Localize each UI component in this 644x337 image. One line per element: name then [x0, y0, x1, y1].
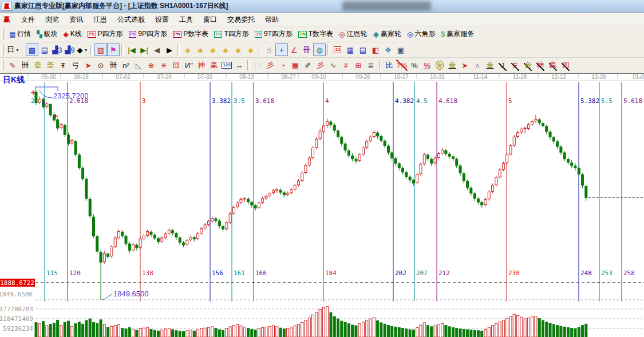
hash-lines-button[interactable]: 卌 — [19, 60, 31, 71]
ratio-bars-button[interactable]: 比 — [384, 60, 395, 71]
jin-grid-1-button[interactable]: 釜 — [32, 60, 44, 71]
percent-button[interactable]: % — [409, 60, 420, 71]
candle-style-dropdown-icon[interactable]: ▼ — [84, 48, 88, 52]
si-angle-button[interactable]: 四 — [560, 60, 571, 71]
gann-fan-button[interactable]: 彡 — [264, 60, 276, 71]
menu-item-文件[interactable]: 文件 — [16, 14, 40, 25]
hexagon-button[interactable]: ◎六角形 — [404, 28, 438, 40]
wave-mark-button[interactable]: И" — [183, 60, 195, 71]
angle-tool-button[interactable]: ∠ — [289, 44, 300, 55]
chart-window-button[interactable]: ▩ — [26, 44, 38, 55]
candle-style-button[interactable]: ◆▼ — [77, 44, 88, 55]
menu-item-帮助[interactable]: 帮助 — [260, 14, 284, 25]
workstation-button[interactable]: ▣ — [395, 44, 406, 55]
next-button[interactable]: ▶ — [164, 44, 175, 55]
p9-square-button[interactable]: P99P四方形 — [126, 28, 170, 40]
diamond-all-button[interactable]: ◈ — [232, 44, 244, 55]
percent-cut-button[interactable]: 7% — [396, 60, 408, 71]
time-circle-button[interactable]: ⊙ — [95, 60, 106, 71]
prev-button[interactable]: ◀ — [151, 44, 163, 55]
pan-hand-button[interactable]: ☝ — [263, 44, 275, 55]
zigzag-button[interactable]: ∿ — [327, 60, 339, 71]
crosshair-button[interactable]: + — [276, 44, 287, 55]
grid-red-button[interactable]: # — [340, 60, 351, 71]
brain-tool-button[interactable]: ◍ — [314, 44, 325, 55]
gann-wheel-button[interactable]: ◎江恩轮 — [336, 28, 370, 40]
winner-wheel-button[interactable]: ◉赢家轮 — [370, 28, 404, 40]
hash-lines-2-button[interactable]: 卌 — [108, 60, 119, 71]
bars-9-button[interactable]: ▟9 — [64, 44, 76, 55]
grid-red-dot-button[interactable]: ⊞ — [353, 60, 364, 71]
grid-square-button[interactable]: ▦ — [290, 60, 301, 71]
menu-item-窗口[interactable]: 窗口 — [198, 14, 222, 25]
memo-button[interactable]: ▤ — [357, 44, 369, 55]
jin-circle-button[interactable]: 金 — [434, 60, 445, 71]
quotes-button[interactable]: ▦行情 — [6, 28, 34, 40]
toolbar-grip[interactable] — [1, 60, 4, 70]
menu-item-资讯[interactable]: 资讯 — [64, 14, 88, 25]
winner-service-button[interactable]: $赢家服务 — [438, 28, 477, 40]
p-square-button[interactable]: PSP四方形 — [85, 28, 126, 40]
shen-angle-button[interactable]: 神 — [535, 60, 546, 71]
period-day-button[interactable]: 日▼ — [7, 44, 19, 55]
n-squared-button[interactable]: n² — [120, 60, 132, 71]
sectors-button[interactable]: ▚板块 — [34, 28, 60, 40]
bars-3-button[interactable]: ▟3 — [52, 44, 63, 55]
ying-grid-button[interactable]: 赢 — [208, 60, 220, 71]
toolbar-grip[interactable] — [1, 29, 4, 39]
first-page-button[interactable]: |◀ — [126, 44, 137, 55]
percent-line-button[interactable]: % — [421, 60, 433, 71]
diamond-right-button[interactable]: ◈ — [195, 44, 206, 55]
p-number-table-button[interactable]: PNP数字表 — [170, 28, 211, 40]
three-lines-button[interactable]: ≣ — [365, 60, 377, 71]
menu-item-交易委托[interactable]: 交易委托 — [222, 14, 260, 25]
info-panel-button[interactable]: ▤ — [39, 44, 50, 55]
export-disk-button[interactable]: ❖ — [382, 44, 394, 55]
calculator-button[interactable]: ▦ — [345, 44, 356, 55]
t-square-button[interactable]: TST四方形 — [211, 28, 252, 40]
diamond-left-button[interactable]: ◈ — [182, 44, 193, 55]
f-angle-button[interactable]: F — [509, 60, 521, 71]
j-angle-button[interactable]: J — [497, 60, 508, 71]
gann-circle-button[interactable]: ⊕ — [145, 60, 157, 71]
diamond-left-right-button[interactable]: ◈ — [220, 44, 231, 55]
menu-item-工具[interactable]: 工具 — [174, 14, 198, 25]
jin-line-button[interactable]: 金 — [447, 60, 458, 71]
arc-square-button[interactable]: ◔ — [277, 60, 289, 71]
menu-item-浏览[interactable]: 浏览 — [40, 14, 64, 25]
child-window-icon[interactable]: 赢 — [2, 15, 11, 23]
pattern-tool-button[interactable]: ▨ — [95, 44, 106, 55]
diamond-expand-button[interactable]: ◈ — [245, 44, 256, 55]
square-circle-button[interactable]: 回 — [171, 60, 182, 71]
rocket-button[interactable]: ➤ — [82, 60, 94, 71]
f-grid-button[interactable]: Ŧ — [57, 60, 69, 71]
jin-angle-button[interactable]: 金 — [522, 60, 534, 71]
shen-grid-button[interactable]: 神 — [196, 60, 207, 71]
ying-angle-button[interactable]: 赢 — [547, 60, 559, 71]
protractor-button[interactable]: ◺ — [133, 60, 144, 71]
compass-pencil-button[interactable]: ✎ — [7, 60, 18, 71]
ruler-123-button[interactable]: 123 — [221, 60, 232, 71]
star-square-button[interactable]: ✳ — [158, 60, 169, 71]
period-day-dropdown-icon[interactable]: ▼ — [15, 48, 19, 52]
menu-item-设置[interactable]: 设置 — [150, 14, 174, 25]
menu-item-公式选股[interactable]: 公式选股 — [112, 14, 150, 25]
last-page-button[interactable]: ▶| — [139, 44, 150, 55]
title-bar[interactable]: 赢 赢家江恩专业版[赢家内部服务平台] - [上证指数 SH1A0001-167… — [0, 0, 644, 13]
jin-underline-button[interactable]: 金 — [484, 60, 496, 71]
toolbar-grip[interactable] — [1, 45, 4, 55]
t-number-table-button[interactable]: TNT数字表 — [295, 28, 336, 40]
menu-item-江恩[interactable]: 江恩 — [88, 14, 112, 25]
calendar-21-button[interactable]: 21 — [332, 44, 343, 55]
grid-tool-button[interactable]: 冊 — [301, 44, 313, 55]
flag-filter-button[interactable]: ⚑ — [108, 44, 119, 55]
jin-grid-2-button[interactable]: 釜 — [45, 60, 56, 71]
t9-square-button[interactable]: T99T四方形 — [252, 28, 295, 40]
save-button[interactable]: ◧ — [370, 44, 381, 55]
diamond-up-down-button[interactable]: ◈ — [207, 44, 219, 55]
rocket-2-button[interactable]: ➤ — [459, 60, 471, 71]
wave-a-button[interactable]: ∧ — [472, 60, 483, 71]
width-arrows-button[interactable]: ↔ — [234, 60, 245, 71]
fan-2-button[interactable]: 彡 — [315, 60, 326, 71]
kline-button[interactable]: ◆K线 — [61, 28, 85, 40]
